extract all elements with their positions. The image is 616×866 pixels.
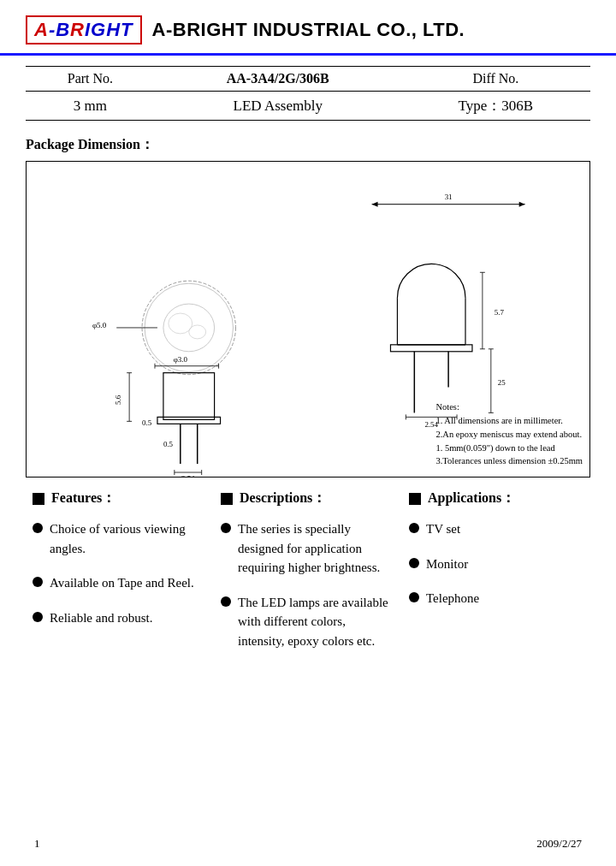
page-number: 1 (34, 837, 40, 851)
svg-text:5.6: 5.6 (114, 394, 122, 405)
part-info-table: Part No. AA-3A4/2G/306B Diff No. 3 mm LE… (26, 66, 590, 121)
notes-line2: 2.An epoxy meniscus may extend about. (435, 428, 583, 442)
applications-item-1: TV set (409, 519, 583, 539)
header: A-BRIGHT A-BRIGHT INDUSTRIAL CO., LTD. (0, 0, 616, 56)
part-no-label: Part No. (26, 67, 155, 92)
svg-text:2.54: 2.54 (181, 474, 195, 477)
applications-item-3-text: Telephone (426, 589, 583, 608)
info-columns: Features： Choice of various viewing angl… (26, 489, 590, 666)
features-item-1-text: Choice of various viewing angles. (50, 519, 207, 558)
svg-text:φ3.0: φ3.0 (174, 355, 188, 364)
features-column: Features： Choice of various viewing angl… (26, 489, 214, 666)
info-section: Features： Choice of various viewing angl… (26, 489, 590, 666)
svg-rect-32 (390, 345, 471, 352)
applications-item-2-text: Monitor (426, 555, 583, 574)
svg-point-1 (145, 283, 233, 371)
svg-point-3 (169, 313, 192, 334)
notes-title: Notes: (435, 400, 583, 414)
features-header: Features： (33, 489, 207, 507)
descriptions-column: Descriptions： The series is specially de… (214, 489, 402, 666)
logo-text: A-BRIGHT (34, 19, 133, 40)
descriptions-item-2: The LED lamps are available with differe… (221, 593, 395, 651)
applications-item-1-text: TV set (426, 519, 583, 539)
features-bullet-icon (33, 493, 44, 505)
descriptions-header-text: Descriptions： (240, 489, 326, 507)
applications-header: Applications： (409, 489, 583, 507)
circle-bullet-icon (33, 612, 43, 622)
descriptions-item-2-text: The LED lamps are available with differe… (238, 593, 395, 651)
circle-bullet-icon (409, 523, 419, 533)
part-no-value: AA-3A4/2G/306B (155, 67, 401, 92)
date: 2009/2/27 (536, 837, 582, 851)
applications-item-3: Telephone (409, 589, 583, 608)
diff-no-label: Diff No. (401, 67, 590, 92)
circle-bullet-icon (33, 577, 43, 587)
desc-label: LED Assembly (155, 92, 401, 121)
notes-line4: 3.Tolerances unless dimension ±0.25mm (435, 454, 583, 468)
applications-column: Applications： TV set Monitor Telephone (402, 489, 590, 666)
notes-line3: 1. 5mm(0.059") down to the lead (435, 442, 583, 455)
package-title: Package Dimension： (26, 136, 590, 154)
footer: 1 2009/2/27 (0, 837, 616, 851)
descriptions-item-1-text: The series is specially designed for app… (238, 519, 395, 578)
svg-marker-26 (372, 202, 378, 207)
features-item-2: Available on Tape and Reel. (33, 573, 207, 593)
notes-line1: 1. All dimensions are in millimeter. (435, 414, 583, 428)
svg-rect-5 (163, 373, 215, 420)
svg-point-4 (189, 325, 206, 339)
circle-bullet-icon (221, 596, 231, 607)
package-diagram: φ3.0 5.6 φ5.0 2.54 0.5 0.5 31 (26, 161, 590, 477)
descriptions-item-1: The series is specially designed for app… (221, 519, 395, 578)
descriptions-header: Descriptions： (221, 489, 395, 507)
svg-text:5.7: 5.7 (495, 308, 505, 317)
svg-text:0.5: 0.5 (163, 440, 174, 448)
features-item-2-text: Available on Tape and Reel. (50, 573, 207, 593)
applications-bullet-icon (409, 493, 421, 505)
svg-rect-6 (157, 417, 221, 424)
circle-bullet-icon (409, 558, 419, 568)
notes-box: Notes: 1. All dimensions are in millimet… (435, 400, 583, 468)
features-item-3-text: Reliable and robust. (50, 608, 207, 628)
package-section: Package Dimension： φ3.0 (26, 136, 590, 477)
company-name: A-BRIGHT INDUSTRIAL CO., LTD. (152, 19, 465, 41)
features-item-1: Choice of various viewing angles. (33, 519, 207, 558)
size-label: 3 mm (26, 92, 155, 121)
logo-box: A-BRIGHT (26, 15, 142, 44)
applications-header-text: Applications： (428, 489, 515, 507)
svg-text:0.5: 0.5 (142, 418, 152, 427)
applications-item-2: Monitor (409, 555, 583, 574)
circle-bullet-icon (221, 523, 231, 533)
svg-text:31: 31 (445, 193, 453, 201)
svg-marker-27 (519, 202, 525, 207)
features-header-text: Features： (51, 489, 116, 507)
svg-text:25: 25 (498, 378, 506, 387)
circle-bullet-icon (33, 523, 43, 533)
svg-point-2 (163, 304, 215, 352)
type-label: Type：306B (401, 92, 590, 121)
svg-text:φ5.0: φ5.0 (92, 321, 107, 329)
descriptions-bullet-icon (221, 493, 233, 505)
features-item-3: Reliable and robust. (33, 608, 207, 628)
circle-bullet-icon (409, 592, 419, 602)
